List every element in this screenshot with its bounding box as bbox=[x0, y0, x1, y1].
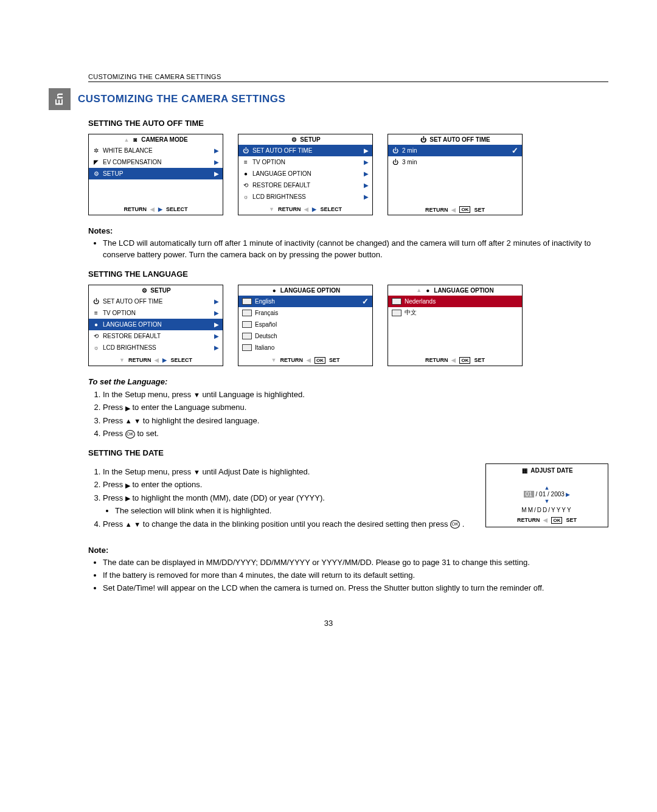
menu-item[interactable]: ☼LCD BRIGHTNESS▶ bbox=[238, 191, 372, 203]
menu-item[interactable]: ⏻3 min bbox=[388, 156, 522, 168]
screen-title: ⏻ SET AUTO OFF TIME bbox=[388, 134, 522, 145]
menu-item[interactable]: ⏻SET AUTO OFF TIME▶ bbox=[89, 296, 223, 307]
note-item: The date can be displayed in MM/DD/YYYY;… bbox=[103, 557, 608, 569]
footer-return[interactable]: RETURN bbox=[280, 357, 303, 363]
chevron-right-icon: ▶ bbox=[364, 182, 369, 189]
triangle-down-dim-icon: ▼ bbox=[119, 357, 125, 363]
menu-label: 中文 bbox=[405, 308, 417, 317]
footer-return[interactable]: RETURN bbox=[425, 357, 448, 363]
ok-icon: OK bbox=[459, 357, 470, 364]
screen-title-text: SETUP bbox=[150, 287, 170, 294]
menu-item[interactable]: ⟲RESTORE DEFAULT▶ bbox=[238, 179, 372, 191]
header-rule bbox=[88, 82, 608, 82]
footer-return[interactable]: RETURN bbox=[128, 357, 151, 363]
menu-label: Español bbox=[255, 321, 277, 328]
setup-icon: ⚙ bbox=[92, 170, 100, 177]
screen-title-text: SETUP bbox=[300, 136, 320, 143]
flag-icon bbox=[242, 310, 252, 316]
wb-icon: ✲ bbox=[92, 147, 100, 154]
footer-set[interactable]: SET bbox=[474, 207, 485, 213]
screen-setup-lang: ⚙ SETUP ⏻SET AUTO OFF TIME▶ ≡TV OPTION▶ … bbox=[88, 285, 223, 366]
footer-return[interactable]: RETURN bbox=[123, 206, 147, 212]
screen-footer: RETURN ◀ ▶ SELECT bbox=[89, 204, 223, 214]
note-item: If the battery is removed for more than … bbox=[103, 570, 608, 581]
ok-icon: OK bbox=[315, 357, 325, 364]
screen-title-text: ADJUST DATE bbox=[530, 467, 572, 474]
screen-title: ▲ ◙ CAMERA MODE bbox=[89, 134, 223, 145]
menu-item[interactable]: Italiano bbox=[238, 342, 372, 353]
menu-item-highlighted[interactable]: ⚙SETUP▶ bbox=[89, 168, 223, 179]
menu-item[interactable]: ●LANGUAGE OPTION▶ bbox=[238, 168, 372, 179]
step-item: In the Setup menu, press ▼ until Adjust … bbox=[103, 466, 467, 478]
triangle-down-icon: ▼ bbox=[134, 416, 141, 426]
screen-language-option-1: ● LANGUAGE OPTION English✓ Français Espa… bbox=[238, 285, 373, 366]
triangle-down-icon: ▼ bbox=[544, 498, 550, 504]
footer-select[interactable]: SELECT bbox=[166, 206, 188, 212]
footer-return[interactable]: RETURN bbox=[425, 207, 448, 213]
flag-icon bbox=[242, 321, 252, 328]
chevron-right-icon: ▶ bbox=[214, 321, 219, 328]
triangle-down-dim-icon: ▼ bbox=[271, 357, 277, 363]
date-month-field[interactable]: 01 bbox=[524, 491, 534, 498]
menu-label: EV COMPENSATION bbox=[103, 159, 162, 165]
menu-label: LCD BRIGHTNESS bbox=[103, 344, 156, 351]
footer-return[interactable]: RETURN bbox=[517, 517, 540, 523]
menu-item[interactable]: ✲WHITE BALANCE▶ bbox=[89, 145, 223, 156]
screen-title: ▲ ● LANGUAGE OPTION bbox=[388, 285, 522, 296]
footer-set[interactable]: SET bbox=[329, 357, 340, 363]
screen-footer: RETURN ◀ OK SET bbox=[486, 515, 608, 526]
manual-page: CUSTOMIZING THE CAMERA SETTINGS En CUSTO… bbox=[0, 0, 657, 646]
menu-item[interactable]: 中文 bbox=[388, 307, 522, 319]
menu-item[interactable]: Français bbox=[238, 307, 372, 319]
footer-set[interactable]: SET bbox=[474, 357, 485, 363]
screen-footer: ▼ RETURN ◀ OK SET bbox=[238, 355, 372, 366]
menu-item-highlighted[interactable]: ●LANGUAGE OPTION▶ bbox=[89, 319, 223, 330]
menu-item[interactable]: ≡TV OPTION▶ bbox=[238, 156, 372, 168]
menu-item-empty bbox=[89, 179, 223, 191]
date-format: MM/DD/YYYY bbox=[486, 507, 608, 513]
menu-list: English✓ Français Español Deutsch Italia… bbox=[238, 296, 372, 355]
menu-item-highlighted[interactable]: English✓ bbox=[238, 296, 372, 307]
menu-item[interactable]: ◤EV COMPENSATION▶ bbox=[89, 156, 223, 168]
date-rest: / 01 / 2003 bbox=[534, 491, 565, 498]
triangle-left-dim-icon: ◀ bbox=[155, 357, 159, 363]
menu-item[interactable]: Español bbox=[238, 319, 372, 330]
menu-item[interactable]: ⟲RESTORE DEFAULT▶ bbox=[89, 330, 223, 342]
screen-title: ⚙ SETUP bbox=[238, 134, 372, 145]
flag-icon bbox=[392, 298, 401, 305]
menu-label: 3 min bbox=[402, 159, 417, 165]
triangle-left-dim-icon: ◀ bbox=[543, 517, 548, 523]
menu-list: ⏻SET AUTO OFF TIME▶ ≡TV OPTION▶ ●LANGUAG… bbox=[89, 296, 223, 355]
lang-steps: In the Setup menu, press ▼ until Languag… bbox=[88, 389, 608, 440]
chevron-right-icon: ▶ bbox=[214, 298, 219, 305]
step-item: Press ▲ ▼ to change the data in the blin… bbox=[103, 518, 467, 530]
menu-item[interactable]: Deutsch bbox=[238, 330, 372, 342]
power-icon: ⏻ bbox=[420, 136, 427, 143]
chevron-right-icon: ▶ bbox=[364, 170, 369, 177]
date-steps: In the Setup menu, press ▼ until Adjust … bbox=[88, 466, 467, 530]
section-title-row: En CUSTOMIZING THE CAMERA SETTINGS bbox=[49, 88, 608, 110]
menu-item-empty bbox=[388, 168, 522, 179]
triangle-down-icon: ▼ bbox=[134, 519, 141, 530]
triangle-right-icon: ▶ bbox=[158, 206, 162, 212]
screen-footer: RETURN ◀ OK SET bbox=[388, 204, 522, 215]
ok-icon: OK bbox=[459, 206, 470, 213]
menu-item-empty bbox=[89, 191, 223, 203]
footer-select[interactable]: SELECT bbox=[170, 357, 192, 363]
menu-item-empty bbox=[388, 342, 522, 353]
footer-select[interactable]: SELECT bbox=[320, 206, 342, 212]
menu-item-highlighted[interactable]: Nederlands bbox=[388, 296, 522, 307]
menu-label: LANGUAGE OPTION bbox=[252, 170, 311, 177]
menu-item[interactable]: ☼LCD BRIGHTNESS▶ bbox=[89, 342, 223, 353]
footer-set[interactable]: SET bbox=[566, 517, 577, 523]
menu-item-highlighted[interactable]: ⏻2 min✓ bbox=[388, 145, 522, 156]
triangle-down-dim-icon: ▼ bbox=[269, 206, 274, 212]
footer-return[interactable]: RETURN bbox=[278, 206, 301, 212]
menu-item[interactable]: ≡TV OPTION▶ bbox=[89, 307, 223, 319]
menu-item-highlighted[interactable]: ⏻SET AUTO OFF TIME▶ bbox=[238, 145, 372, 156]
triangle-down-icon: ▼ bbox=[193, 390, 200, 400]
ok-icon: OK bbox=[125, 430, 135, 439]
check-icon: ✓ bbox=[512, 146, 518, 155]
menu-label: English bbox=[255, 298, 275, 305]
screen-title-text: LANGUAGE OPTION bbox=[434, 287, 493, 294]
